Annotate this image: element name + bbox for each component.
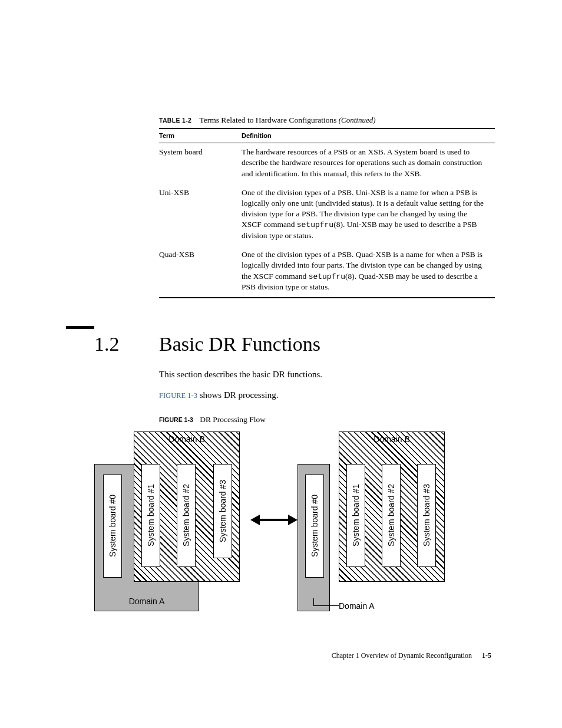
system-board-2-left: System board #2 bbox=[177, 464, 196, 567]
def-cmd: setupfru bbox=[309, 272, 345, 281]
table-row: Quad-XSB One of the division types of a … bbox=[159, 246, 495, 298]
sb-label: System board #1 bbox=[351, 485, 362, 547]
section-heading: 1.2 Basic DR Functions bbox=[94, 331, 491, 358]
def-arg: (8) bbox=[345, 272, 355, 281]
domain-b-label-right: Domain B bbox=[339, 434, 445, 445]
def-cell: The hardware resources of a PSB or an XS… bbox=[242, 143, 495, 184]
system-board-1-left: System board #1 bbox=[141, 464, 160, 567]
term-cell: Uni-XSB bbox=[159, 184, 242, 246]
sb-label: System board #1 bbox=[146, 485, 157, 547]
table-row: System board The hardware resources of a… bbox=[159, 143, 495, 184]
col-definition: Definition bbox=[242, 129, 495, 143]
system-board-0-left: System board #0 bbox=[103, 475, 122, 578]
system-board-1-right: System board #1 bbox=[346, 464, 365, 567]
def-cell: One of the division types of a PSB. Uni-… bbox=[242, 184, 495, 246]
domain-b-label-left: Domain B bbox=[134, 434, 240, 445]
col-term: Term bbox=[159, 129, 242, 143]
table-row: Uni-XSB One of the division types of a P… bbox=[159, 184, 495, 246]
sb-label: System board #2 bbox=[386, 485, 397, 547]
sb-label: System board #3 bbox=[217, 480, 229, 542]
svg-marker-1 bbox=[250, 515, 260, 525]
term-cell: System board bbox=[159, 143, 242, 184]
bidirectional-arrow-icon bbox=[250, 511, 297, 529]
domain-a-connector bbox=[297, 598, 342, 613]
page-number: 1-5 bbox=[482, 651, 491, 660]
table-caption: TABLE 1-2 Terms Related to Hardware Conf… bbox=[159, 115, 491, 126]
section-intro: This section describes the basic DR func… bbox=[159, 368, 495, 380]
table-continued: (Continued) bbox=[339, 116, 376, 124]
sb-label: System board #0 bbox=[309, 495, 320, 558]
page-footer: Chapter 1 Overview of Dynamic Reconfigur… bbox=[332, 651, 491, 660]
table-title: Terms Related to Hardware Configurations bbox=[199, 116, 336, 124]
figure-link[interactable]: FIGURE 1-3 bbox=[159, 391, 197, 400]
sb-label: System board #0 bbox=[107, 495, 118, 558]
table-label: TABLE 1-2 bbox=[159, 117, 191, 124]
section-number: 1.2 bbox=[94, 331, 159, 358]
figure-caption: FIGURE 1-3 DR Processing Flow bbox=[159, 414, 491, 425]
figure-diagram: Domain A Domain B System board #0 System… bbox=[94, 429, 495, 623]
definitions-table: Term Definition System board The hardwar… bbox=[159, 128, 495, 298]
figure-label: FIGURE 1-3 bbox=[159, 416, 193, 423]
system-board-3-right: System board #3 bbox=[417, 464, 436, 567]
system-board-2-right: System board #2 bbox=[382, 464, 401, 567]
link-tail: shows DR processing. bbox=[197, 390, 279, 400]
term-cell: Quad-XSB bbox=[159, 246, 242, 298]
section-link-line: FIGURE 1-3 shows DR processing. bbox=[159, 389, 495, 401]
section-title: Basic DR Functions bbox=[159, 331, 320, 358]
sb-label: System board #2 bbox=[181, 485, 192, 547]
svg-marker-2 bbox=[288, 515, 297, 525]
def-cmd: setupfru bbox=[297, 220, 333, 229]
system-board-3-left: System board #3 bbox=[213, 464, 232, 558]
def-arg: (8) bbox=[333, 220, 343, 229]
chapter-label: Chapter 1 Overview of Dynamic Reconfigur… bbox=[332, 651, 472, 660]
def-cell: One of the division types of a PSB. Quad… bbox=[242, 246, 495, 298]
system-board-0-right: System board #0 bbox=[305, 475, 324, 578]
figure-title: DR Processing Flow bbox=[200, 415, 266, 424]
sb-label: System board #3 bbox=[421, 485, 432, 547]
domain-a-label-left: Domain A bbox=[95, 596, 199, 607]
